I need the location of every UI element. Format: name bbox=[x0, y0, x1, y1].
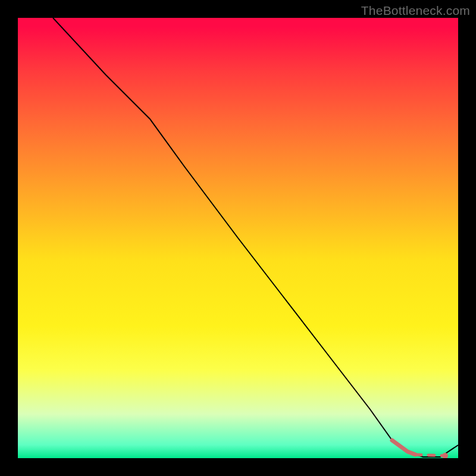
watermark-text: TheBottleneck.com bbox=[361, 4, 470, 18]
chart-frame: TheBottleneck.com bbox=[0, 0, 476, 476]
valley-highlight-dashed bbox=[415, 455, 445, 456]
optimum-point-marker bbox=[442, 453, 448, 458]
chart-svg bbox=[18, 18, 458, 458]
valley-highlight-solid bbox=[392, 440, 415, 455]
plot-area bbox=[18, 18, 458, 458]
bottleneck-curve bbox=[53, 18, 458, 457]
